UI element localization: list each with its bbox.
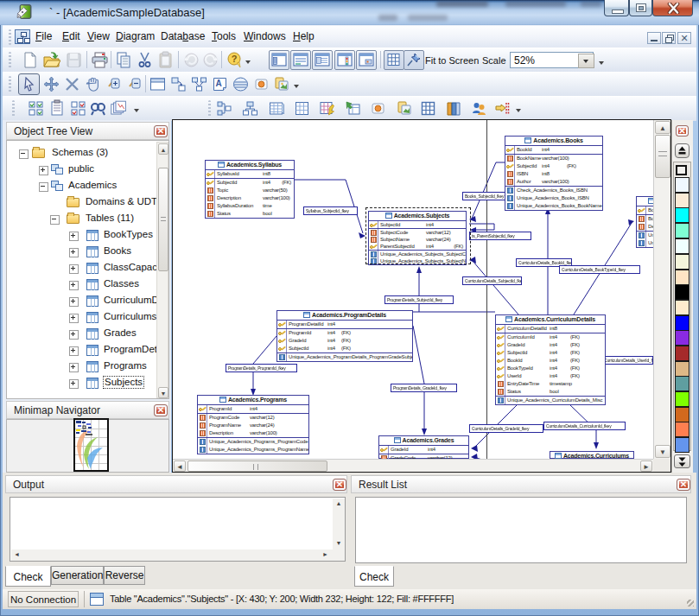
svg-text:A: A: [215, 79, 221, 88]
svg-text:?: ?: [232, 54, 238, 64]
